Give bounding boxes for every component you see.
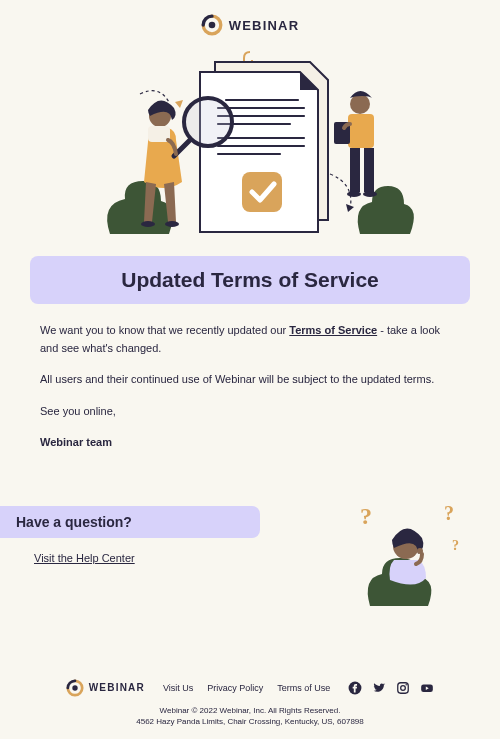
svg-text:?: ?	[360, 503, 372, 529]
webinar-logo-icon	[201, 14, 223, 36]
svg-text:?: ?	[452, 538, 459, 553]
instagram-icon[interactable]	[396, 681, 410, 695]
svg-point-15	[350, 94, 370, 114]
question-banner: Have a question?	[0, 506, 260, 538]
svg-point-11	[141, 221, 155, 227]
terms-of-use-link[interactable]: Terms of Use	[277, 683, 330, 693]
svg-point-31	[406, 684, 408, 686]
hero-illustration	[20, 44, 480, 244]
copyright-text: Webinar © 2022 Webinar, Inc. All Rights …	[0, 705, 500, 716]
svg-rect-8	[242, 172, 282, 212]
page-title: Updated Terms of Service	[40, 268, 460, 292]
facebook-icon[interactable]	[348, 681, 362, 695]
signoff: Webinar team	[40, 434, 460, 452]
svg-point-26	[417, 548, 423, 554]
footer-legal: Webinar © 2022 Webinar, Inc. All Rights …	[0, 705, 500, 727]
body-text: We want you to know that we recently upd…	[40, 322, 460, 466]
paragraph-3: See you online,	[40, 403, 460, 421]
footer-logo: WEBINAR	[66, 679, 145, 697]
svg-text:?: ?	[444, 502, 454, 524]
webinar-logo-icon	[66, 679, 84, 697]
paragraph-1: We want you to know that we recently upd…	[40, 322, 460, 357]
question-illustration: ? ? ?	[340, 498, 470, 608]
footer-links: Visit Us Privacy Policy Terms of Use	[163, 683, 330, 693]
svg-rect-16	[348, 114, 374, 148]
brand-logo: WEBINAR	[201, 14, 300, 36]
header: WEBINAR	[0, 0, 500, 44]
twitter-icon[interactable]	[372, 681, 386, 695]
brand-name: WEBINAR	[229, 18, 300, 33]
social-icons	[348, 681, 434, 695]
svg-point-0	[208, 22, 215, 29]
svg-rect-18	[350, 148, 360, 192]
visit-us-link[interactable]: Visit Us	[163, 683, 193, 693]
svg-point-30	[401, 685, 406, 690]
help-center-link[interactable]: Visit the Help Center	[34, 552, 135, 564]
svg-point-20	[347, 191, 361, 197]
svg-point-12	[165, 221, 179, 227]
paragraph-2: All users and their continued use of Web…	[40, 371, 460, 389]
footer: WEBINAR Visit Us Privacy Policy Terms of…	[0, 669, 500, 739]
svg-rect-19	[364, 148, 374, 192]
terms-of-service-link[interactable]: Terms of Service	[289, 324, 377, 336]
svg-point-27	[72, 685, 77, 690]
question-heading: Have a question?	[16, 514, 244, 530]
title-banner: Updated Terms of Service	[30, 256, 470, 304]
youtube-icon[interactable]	[420, 681, 434, 695]
question-section: Have a question? Visit the Help Center ?…	[0, 506, 500, 616]
footer-row: WEBINAR Visit Us Privacy Policy Terms of…	[0, 679, 500, 697]
svg-point-21	[363, 191, 377, 197]
footer-brand-name: WEBINAR	[89, 682, 145, 693]
address-text: 4562 Hazy Panda Limits, Chair Crossing, …	[0, 716, 500, 727]
privacy-policy-link[interactable]: Privacy Policy	[207, 683, 263, 693]
